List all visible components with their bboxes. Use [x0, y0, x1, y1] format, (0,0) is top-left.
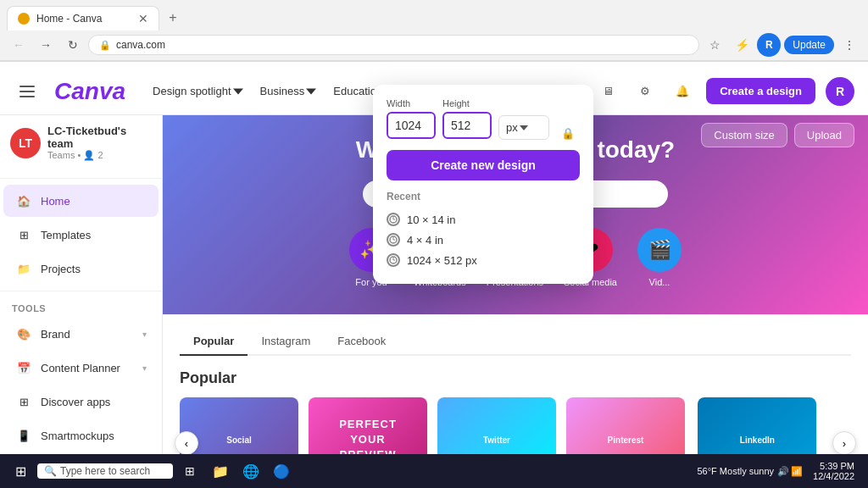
browser-tab[interactable]: Home - Canva ✕ — [7, 6, 159, 30]
popup-lock-container: 🔒 — [556, 98, 580, 140]
brand-icon: 🎨 — [15, 325, 32, 342]
browser-chrome: Home - Canva ✕ + ← → ↻ 🔒 canva.com ☆ ⚡ R… — [0, 0, 868, 62]
team-avatar: LT — [10, 128, 41, 158]
monitor-icon-btn[interactable]: 🖥 — [594, 78, 621, 105]
discover-apps-icon: ⊞ — [15, 393, 32, 410]
taskbar-clock: 5:39 PM 12/4/2022 — [806, 461, 861, 481]
popup-create-btn[interactable]: Create new design — [387, 150, 580, 180]
sidebar: LT LC-Ticketbud's team Teams • 👤 2 🏠 Hom… — [0, 109, 163, 482]
svg-rect-1 — [19, 91, 35, 92]
popup-spacer — [498, 98, 549, 112]
nav-design-spotlight[interactable]: Design spotlight — [146, 80, 250, 103]
popular-title: Popular — [180, 369, 851, 387]
carousel-next-button[interactable]: › — [832, 431, 856, 455]
taskbar-weather: 56°F Mostly sunny — [697, 466, 774, 476]
refresh-btn[interactable]: ↻ — [61, 33, 85, 57]
task-view-btn[interactable]: ⊞ — [176, 458, 203, 482]
taskbar-system-icons: 🔊 📶 — [777, 466, 803, 477]
design-type-video[interactable]: 🎬 Vid... — [637, 228, 682, 287]
hamburger-button[interactable] — [14, 78, 41, 105]
popup-height-field: Height — [442, 98, 492, 140]
popup-dimensions-row: Width Height px 🔒 — [387, 98, 580, 140]
update-button[interactable]: Update — [784, 36, 834, 54]
tab-favicon — [18, 13, 30, 25]
sidebar-item-home[interactable]: 🏠 Home — [3, 185, 159, 217]
tab-instagram[interactable]: Instagram — [248, 328, 324, 356]
popup-unit-lock: px — [498, 98, 549, 140]
popup-height-label: Height — [442, 98, 492, 108]
browser-tab-bar: Home - Canva ✕ + — [0, 0, 868, 30]
sidebar-team-info[interactable]: LT LC-Ticketbud's team Teams • 👤 2 — [0, 116, 162, 169]
content-planner-arrow: ▾ — [142, 363, 147, 373]
taskbar-date: 12/4/2022 — [813, 471, 854, 481]
user-avatar-nav[interactable]: R — [826, 77, 854, 106]
lock-ratio-button[interactable]: 🔒 — [556, 127, 580, 140]
extension-btn[interactable]: ⚡ — [730, 33, 754, 57]
hero-controls: Custom size Upload — [701, 123, 854, 147]
forward-btn[interactable]: → — [34, 33, 58, 57]
new-tab-btn[interactable]: + — [163, 8, 183, 28]
recent-clock-icon-2 — [387, 253, 400, 267]
windows-start-btn[interactable]: ⊞ — [7, 458, 34, 482]
video-icon: 🎬 — [637, 228, 682, 272]
profile-tab-btn[interactable]: R — [757, 33, 781, 57]
tab-facebook[interactable]: Facebook — [324, 328, 399, 356]
home-icon: 🏠 — [15, 192, 32, 209]
edge-btn[interactable]: 🌐 — [237, 458, 264, 482]
sidebar-divider-tools — [0, 291, 162, 291]
taskbar-network-icon[interactable]: 📶 — [791, 466, 803, 477]
nav-right-actions: 🖥 ⚙ 🔔 Create a design R — [594, 77, 854, 106]
explorer-btn[interactable]: 📁 — [207, 458, 234, 482]
templates-icon: ⊞ — [15, 226, 32, 243]
canva-logo[interactable]: Canva — [54, 78, 125, 105]
sidebar-item-projects[interactable]: 📁 Projects — [3, 252, 159, 285]
browser-address-bar-row: ← → ↻ 🔒 canva.com ☆ ⚡ R Update ⋮ — [0, 30, 868, 61]
browser-action-buttons: ☆ ⚡ R Update ⋮ — [703, 33, 861, 57]
team-details: LC-Ticketbud's team Teams • 👤 2 — [47, 125, 152, 161]
popup-height-input[interactable] — [442, 112, 492, 139]
menu-btn[interactable]: ⋮ — [837, 33, 861, 57]
tools-label: Tools — [0, 297, 162, 317]
recent-clock-icon-1 — [387, 233, 400, 247]
settings-icon-btn[interactable]: ⚙ — [632, 78, 659, 105]
sidebar-item-content-planner[interactable]: 📅 Content Planner ▾ — [3, 352, 159, 384]
custom-size-button[interactable]: Custom size — [701, 123, 787, 147]
team-name: LC-Ticketbud's team — [47, 125, 152, 150]
sidebar-item-discover-apps[interactable]: ⊞ Discover apps — [3, 385, 159, 418]
popup-recent-item-0[interactable]: 10 × 14 in — [387, 209, 580, 230]
taskbar-search-bar[interactable]: 🔍 Type here to search — [37, 463, 173, 479]
sidebar-divider-top — [0, 178, 162, 179]
popup-unit-select[interactable]: px — [498, 115, 549, 140]
brand-arrow: ▾ — [142, 330, 147, 339]
tab-close-btn[interactable]: ✕ — [138, 12, 148, 25]
taskbar-search-label: Type here to search — [60, 465, 150, 477]
back-btn[interactable]: ← — [7, 33, 31, 57]
url-text: canva.com — [116, 39, 165, 51]
taskbar-speaker-icon[interactable]: 🔊 — [777, 466, 789, 477]
address-bar[interactable]: 🔒 canva.com — [88, 35, 699, 55]
chrome-btn[interactable]: 🔵 — [268, 458, 295, 482]
taskbar-time: 5:39 PM — [813, 461, 854, 471]
svg-rect-2 — [19, 96, 35, 97]
sidebar-item-templates[interactable]: ⊞ Templates — [3, 219, 159, 251]
popup-recent-title: Recent — [387, 191, 580, 202]
notifications-icon-btn[interactable]: 🔔 — [669, 78, 696, 105]
content-planner-icon: 📅 — [15, 359, 32, 376]
popup-recent-item-1[interactable]: 4 × 4 in — [387, 230, 580, 250]
bookmark-btn[interactable]: ☆ — [703, 33, 726, 57]
sidebar-item-brand[interactable]: 🎨 Brand ▾ — [3, 318, 159, 350]
popup-width-input[interactable] — [387, 112, 436, 139]
team-subtitle: Teams • 👤 2 — [47, 150, 152, 161]
create-design-button[interactable]: Create a design — [706, 78, 815, 104]
popup-width-label: Width — [387, 98, 436, 108]
browser-profile-icon: R — [757, 33, 781, 57]
popup-recent-item-2[interactable]: 1024 × 512 px — [387, 250, 580, 270]
popup-width-field: Width — [387, 98, 436, 140]
taskbar: ⊞ 🔍 Type here to search ⊞ 📁 🌐 🔵 56°F Mos… — [0, 454, 868, 482]
projects-icon: 📁 — [15, 260, 32, 277]
sidebar-item-smartmockups[interactable]: 📱 Smartmockups — [3, 419, 159, 452]
upload-button[interactable]: Upload — [794, 123, 854, 147]
carousel-prev-button[interactable]: ‹ — [175, 431, 198, 455]
nav-business[interactable]: Business — [253, 80, 324, 103]
tab-popular[interactable]: Popular — [180, 328, 248, 356]
